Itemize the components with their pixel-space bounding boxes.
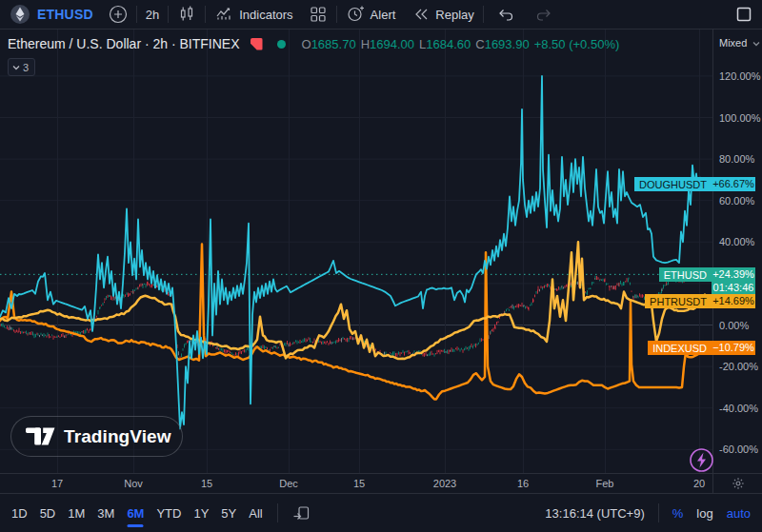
go-to-date-icon[interactable]	[291, 503, 311, 522]
symbol-title[interactable]: Ethereum / U.S. Dollar · 2h · BITFINEX	[8, 36, 240, 51]
replay-button[interactable]: Replay	[412, 6, 473, 23]
ohlc-values: O1685.70 H1694.00 L1684.60 C1693.90 +8.5…	[302, 37, 620, 51]
fullscreen-icon[interactable]	[735, 6, 752, 23]
time-axis-label: Nov	[124, 478, 143, 489]
indicators-label: Indicators	[239, 8, 292, 22]
time-axis-label: 2023	[433, 478, 456, 489]
time-axis-label: 15	[201, 478, 212, 489]
price-axis-label: -20.00%	[719, 361, 758, 372]
range-1y[interactable]: 1Y	[193, 502, 209, 524]
symbol-button[interactable]: ETHUSD	[37, 7, 93, 22]
bottom-toolbar: 1D5D1M3M6MYTD1Y5YAll 13:16:14 (UTC+9) % …	[0, 493, 762, 532]
indicators-button[interactable]: Indicators	[214, 5, 292, 24]
price-axis[interactable]: Mixed 120.00%100.00%80.00%60.00%40.00%0.…	[712, 30, 762, 473]
percent-scale-button[interactable]: %	[672, 506, 684, 521]
price-axis-label: -40.00%	[719, 403, 758, 414]
log-scale-button[interactable]: log	[696, 506, 712, 521]
object-tree-toggle[interactable]: 3	[8, 58, 35, 76]
price-scale-mode[interactable]: Mixed	[719, 37, 760, 49]
price-axis-label: 100.00%	[719, 112, 760, 124]
chart-canvas[interactable]	[0, 30, 712, 473]
eth-logo-icon	[10, 4, 30, 25]
layout-grid-icon[interactable]	[309, 5, 328, 24]
clock[interactable]: 13:16:14 (UTC+9)	[545, 506, 644, 521]
price-axis-label: 40.00%	[719, 236, 754, 247]
time-axis-label: 20	[693, 478, 705, 489]
interval-button[interactable]: 2h	[146, 8, 159, 22]
price-axis-label: 80.00%	[719, 153, 754, 165]
symbol-info-row[interactable]: Ethereum / U.S. Dollar · 2h · BITFINEX O…	[8, 36, 619, 51]
indicators-icon	[214, 5, 233, 24]
range-ytd[interactable]: YTD	[156, 502, 181, 524]
chevron-down-icon	[12, 65, 20, 70]
price-axis-label: -60.00%	[719, 443, 758, 455]
time-axis-label: 15	[353, 478, 365, 489]
range-5d[interactable]: 5D	[40, 502, 56, 524]
alert-label: Alert	[371, 8, 396, 22]
time-axis-label: 16	[517, 478, 529, 489]
tradingview-mark-icon	[26, 427, 55, 445]
range-3m[interactable]: 3M	[97, 502, 114, 524]
tradingview-app: ETHUSD 2h Indicators Alert	[0, 0, 762, 532]
bitfinex-logo-icon	[251, 38, 263, 50]
time-axis[interactable]: 17Nov15Dec15202316Feb20	[0, 473, 712, 493]
price-axis-label: 120.00%	[719, 70, 760, 82]
market-status-icon[interactable]	[277, 40, 286, 49]
auto-scale-button[interactable]: auto	[727, 506, 751, 521]
indicator-count: 3	[23, 62, 29, 73]
gear-icon	[732, 477, 745, 490]
alert-button[interactable]: Alert	[346, 5, 396, 24]
time-axis-label: Feb	[596, 478, 614, 489]
tradingview-wordmark: TradingView	[64, 426, 171, 447]
price-axis-label: 60.00%	[719, 195, 754, 207]
chart-style-icon[interactable]	[177, 5, 196, 24]
axis-settings[interactable]	[712, 473, 762, 493]
boost-lightning-icon[interactable]	[689, 447, 714, 473]
top-toolbar: ETHUSD 2h Indicators Alert	[0, 0, 762, 30]
time-axis-label: Dec	[279, 478, 298, 489]
range-6m[interactable]: 6M	[127, 502, 144, 524]
replay-label: Replay	[435, 8, 473, 22]
range-1d[interactable]: 1D	[11, 502, 28, 524]
symbol-add-icon[interactable]	[109, 5, 128, 24]
tradingview-logo[interactable]: TradingView	[10, 416, 183, 457]
range-5y[interactable]: 5Y	[221, 502, 236, 524]
replay-icon	[412, 6, 430, 23]
range-1m[interactable]: 1M	[68, 502, 85, 524]
undo-icon[interactable]	[496, 5, 515, 24]
redo-icon[interactable]	[534, 5, 553, 24]
alert-clock-icon	[346, 5, 365, 24]
price-axis-label: 0.00%	[719, 320, 749, 331]
time-axis-label: 17	[51, 478, 63, 489]
range-all[interactable]: All	[249, 502, 262, 524]
